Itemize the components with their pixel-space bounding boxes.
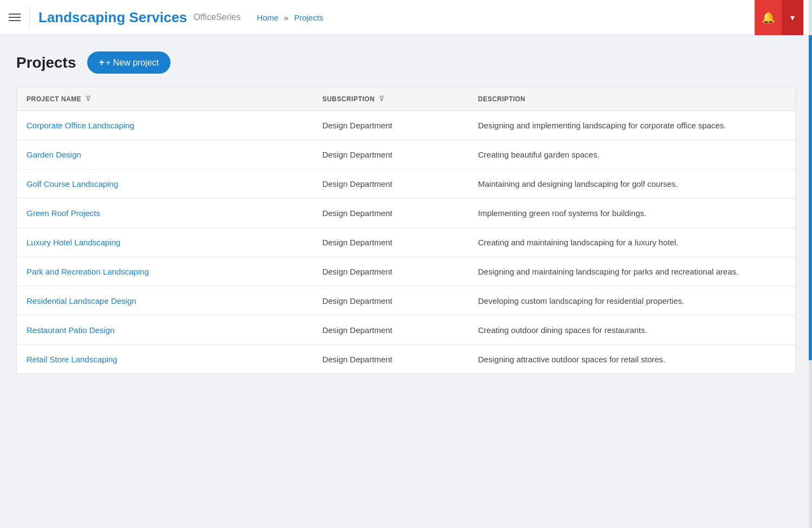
app-title: Landscaping Services [38,9,187,26]
project-name-link[interactable]: Luxury Hotel Landscaping [27,238,120,247]
filter-icon-subscription[interactable]: ⊽ [379,95,385,103]
table-row: Park and Recreation LandscapingDesign De… [17,257,795,286]
main-content: Projects + + New project PROJECT NAME ⊽ [0,35,812,390]
table-body: Corporate Office LandscapingDesign Depar… [17,111,795,374]
column-header-project-name: PROJECT NAME ⊽ [17,87,312,111]
projects-table: PROJECT NAME ⊽ SUBSCRIPTION ⊽ DESCRIPTIO… [17,87,795,374]
breadcrumb-current: Projects [294,13,323,22]
breadcrumb: Home » Projects [257,13,323,22]
subscription-cell: Design Department [312,199,468,228]
header-divider [29,6,30,28]
description-cell: Creating and maintaining landscaping for… [468,228,795,257]
scrollbar-thumb[interactable] [809,35,812,360]
table-row: Golf Course LandscapingDesign Department… [17,170,795,199]
project-name-link[interactable]: Corporate Office Landscaping [27,121,134,130]
subscription-cell: Design Department [312,316,468,345]
notification-bell-button[interactable]: 🔔 [755,0,782,35]
project-name-link[interactable]: Green Roof Projects [27,208,100,218]
subscription-cell: Design Department [312,257,468,286]
table-row: Residential Landscape DesignDesign Depar… [17,286,795,316]
project-name-link[interactable]: Park and Recreation Landscaping [27,267,149,276]
description-cell: Implementing green roof systems for buil… [468,199,795,228]
column-header-subscription: SUBSCRIPTION ⊽ [312,87,468,111]
plus-icon: + [99,57,105,68]
description-cell: Designing and implementing landscaping f… [468,111,795,140]
table-row: Luxury Hotel LandscapingDesign Departmen… [17,228,795,257]
scrollbar-track[interactable] [809,0,812,528]
description-cell: Developing custom landscaping for reside… [468,286,795,316]
page-header: Projects + + New project [16,51,796,74]
subscription-cell: Design Department [312,111,468,140]
subscription-cell: Design Department [312,345,468,374]
table-row: Retail Store LandscapingDesign Departmen… [17,345,795,374]
project-name-link[interactable]: Golf Course Landscaping [27,179,118,188]
subscription-cell: Design Department [312,170,468,199]
bell-icon: 🔔 [762,11,775,24]
table-row: Green Roof ProjectsDesign DepartmentImpl… [17,199,795,228]
table-header: PROJECT NAME ⊽ SUBSCRIPTION ⊽ DESCRIPTIO… [17,87,795,111]
breadcrumb-home[interactable]: Home [257,13,278,22]
project-name-link[interactable]: Retail Store Landscaping [27,355,117,364]
project-name-link[interactable]: Garden Design [27,150,81,159]
new-project-button[interactable]: + + New project [87,51,171,74]
subscription-cell: Design Department [312,140,468,170]
column-label-description: DESCRIPTION [478,95,526,103]
header-actions: 🔔 ▾ [755,0,803,35]
subscription-cell: Design Department [312,228,468,257]
projects-table-container: PROJECT NAME ⊽ SUBSCRIPTION ⊽ DESCRIPTIO… [16,87,796,374]
hamburger-menu-icon[interactable] [9,14,21,21]
filter-icon-project[interactable]: ⊽ [86,95,91,103]
chevron-down-icon: ▾ [790,12,795,23]
new-project-label: + New project [106,58,159,68]
description-cell: Designing and maintaining landscaping fo… [468,257,795,286]
subscription-cell: Design Department [312,286,468,316]
description-cell: Maintaining and designing landscaping fo… [468,170,795,199]
column-header-description: DESCRIPTION [468,87,795,111]
column-label-subscription: SUBSCRIPTION [322,95,375,103]
breadcrumb-separator: » [284,13,289,22]
description-cell: Designing attractive outdoor spaces for … [468,345,795,374]
description-cell: Creating outdoor dining spaces for resta… [468,316,795,345]
table-row: Corporate Office LandscapingDesign Depar… [17,111,795,140]
app-header: Landscaping Services OfficeSeries Home »… [0,0,812,35]
table-row: Restaurant Patio DesignDesign Department… [17,316,795,345]
user-dropdown-button[interactable]: ▾ [782,0,803,35]
page-title: Projects [16,54,76,71]
column-label-project-name: PROJECT NAME [27,95,81,103]
table-row: Garden DesignDesign DepartmentCreating b… [17,140,795,170]
description-cell: Creating beautiful garden spaces. [468,140,795,170]
app-subtitle: OfficeSeries [194,12,241,22]
project-name-link[interactable]: Residential Landscape Design [27,296,136,305]
project-name-link[interactable]: Restaurant Patio Design [27,325,115,335]
